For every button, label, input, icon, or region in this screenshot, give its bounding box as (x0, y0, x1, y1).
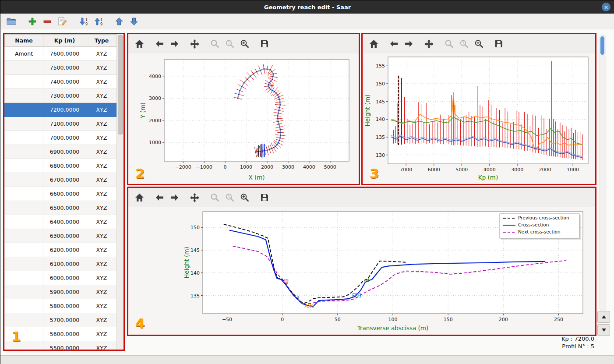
save-button[interactable] (257, 37, 272, 51)
table-row[interactable]: 5600.0000XYZ (5, 327, 117, 341)
table-row[interactable]: 6500.0000XYZ (5, 201, 117, 215)
svg-text:5000: 5000 (455, 167, 468, 173)
svg-text:1: 1 (100, 18, 102, 22)
table-cell: 6800.0000 (43, 159, 86, 173)
svg-text:Transverse abscissa (m): Transverse abscissa (m) (357, 325, 429, 332)
move-up-button[interactable] (113, 15, 126, 28)
cross-section-canvas[interactable]: −50050100150200250135140145150rgrd1FD1AX… (128, 207, 595, 335)
back-button[interactable] (152, 191, 167, 205)
svg-text:4000: 4000 (303, 164, 315, 170)
save-button[interactable] (491, 37, 506, 51)
window-title: Geometry reach edit - Saar (264, 4, 351, 11)
table-row[interactable]: 7500.0000XYZ (5, 61, 117, 75)
status-readout: Kp : 7200.0 Profil N° : 5 (561, 335, 594, 350)
edit-profile-button[interactable] (56, 15, 69, 28)
zoom-rect-icon (474, 39, 484, 49)
table-cell (5, 271, 43, 285)
table-cell: XYZ (86, 145, 117, 159)
forward-button[interactable] (167, 191, 182, 205)
table-cell: XYZ (86, 229, 117, 243)
table-cell: 6600.0000 (43, 187, 86, 201)
close-button[interactable]: × (602, 3, 610, 11)
table-cell (5, 341, 43, 350)
previous-profile-button[interactable] (597, 311, 610, 323)
statusbar (0, 355, 614, 364)
zoom-rect-button[interactable] (237, 37, 252, 51)
main-area: NameKp (m)Type Amont7600.0000XYZ7500.000… (0, 29, 614, 355)
profile-canvas[interactable]: 7000600050004000300020001000130135140145… (363, 53, 595, 184)
table-row[interactable]: 7300.0000XYZ (5, 89, 117, 103)
table-scrollbar-thumb[interactable] (118, 35, 123, 134)
table-cell: XYZ (86, 341, 117, 350)
table-row[interactable]: 6000.0000XYZ (5, 271, 117, 285)
zoom-icon (210, 193, 220, 202)
forward-button[interactable] (401, 37, 416, 51)
table-row[interactable]: 6200.0000XYZ (5, 243, 117, 257)
sort-asc-icon: 19 (93, 17, 103, 26)
svg-text:FD1: FD1 (352, 293, 362, 299)
table-row[interactable]: 7400.0000XYZ (5, 75, 117, 89)
table-cell (5, 243, 43, 257)
cross-section-toolbar: 1 (128, 188, 595, 207)
home-button[interactable] (366, 37, 381, 51)
zoom-rect-button[interactable] (471, 37, 486, 51)
back-button[interactable] (152, 37, 167, 51)
titlebar[interactable]: Geometry reach edit - Saar × (0, 0, 614, 14)
zoom-icon (210, 39, 220, 49)
table-cell (5, 215, 43, 229)
table-row[interactable]: 7200.0000XYZ (5, 103, 117, 117)
panel-number-1: 1 (11, 330, 21, 343)
svg-text:2000: 2000 (261, 164, 273, 170)
table-row[interactable]: 6800.0000XYZ (5, 159, 117, 173)
table-row[interactable]: 6300.0000XYZ (5, 229, 117, 243)
pan-button[interactable] (187, 37, 202, 51)
app-toolbar: 1919 (0, 14, 614, 30)
home-button[interactable] (132, 37, 147, 51)
minus-icon (42, 17, 52, 26)
next-profile-button[interactable] (597, 324, 610, 336)
open-button[interactable] (5, 15, 18, 28)
table-row[interactable]: 6700.0000XYZ (5, 173, 117, 187)
table-cell (5, 327, 43, 341)
window-scrollbar-thumb[interactable] (600, 36, 604, 55)
svg-text:2000: 2000 (149, 118, 161, 124)
table-cell: XYZ (86, 103, 117, 117)
zoom-select-icon: 1 (225, 193, 235, 202)
table-row[interactable]: 5900.0000XYZ (5, 285, 117, 299)
table-row[interactable]: 6400.0000XYZ (5, 215, 117, 229)
save-button[interactable] (257, 191, 272, 205)
back-button[interactable] (386, 37, 401, 51)
add-profile-button[interactable] (26, 15, 39, 28)
zoom-select-button: 1 (456, 37, 471, 51)
svg-text:140: 140 (191, 270, 200, 276)
sort-ascending-button[interactable]: 19 (92, 15, 105, 28)
table-row[interactable]: 6900.0000XYZ (5, 145, 117, 159)
plan-view-canvas[interactable]: −2000−1000010002000300040005000100020003… (128, 53, 359, 184)
svg-text:Previous cross-section: Previous cross-section (518, 215, 569, 220)
table-row[interactable]: 7100.0000XYZ (5, 117, 117, 131)
svg-text:Kp (m): Kp (m) (478, 174, 498, 181)
table-row[interactable]: 7000.0000XYZ (5, 131, 117, 145)
pan-button[interactable] (421, 37, 436, 51)
pan-button[interactable] (187, 191, 202, 205)
table-row[interactable]: 5700.0000XYZ (5, 313, 117, 327)
table-row[interactable]: 5500.0000XYZ (5, 341, 117, 350)
table-row[interactable]: Amont7600.0000XYZ (5, 47, 117, 61)
window-scrollbar[interactable] (600, 35, 606, 311)
svg-text:4000: 4000 (483, 167, 496, 173)
table-row[interactable]: 6100.0000XYZ (5, 257, 117, 271)
move-down-button[interactable] (127, 15, 141, 28)
table-scrollbar[interactable] (116, 34, 124, 350)
svg-text:0: 0 (281, 317, 284, 322)
table-cell (5, 187, 43, 201)
table-row[interactable]: 6600.0000XYZ (5, 187, 117, 201)
profiles-table-wrap: NameKp (m)Type Amont7600.0000XYZ7500.000… (4, 34, 117, 350)
table-cell: XYZ (86, 201, 117, 215)
zoom-rect-button[interactable] (237, 191, 252, 205)
home-button[interactable] (132, 191, 147, 205)
remove-profile-button[interactable] (41, 15, 54, 28)
plus-icon (28, 17, 37, 26)
forward-button[interactable] (167, 37, 182, 51)
sort-descending-button[interactable]: 19 (77, 15, 90, 28)
table-row[interactable]: 5800.0000XYZ (5, 299, 117, 313)
